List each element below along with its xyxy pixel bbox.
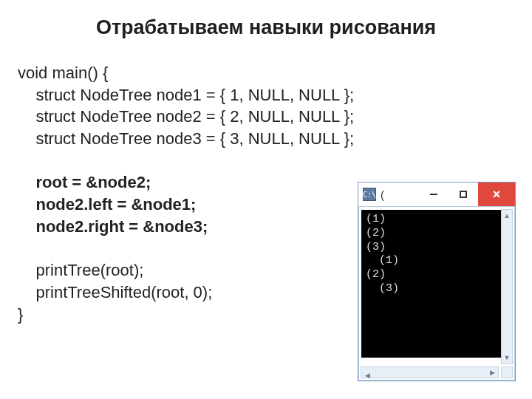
code-line-bold: node2.left = &node1;: [18, 195, 196, 214]
window-titlebar[interactable]: C:\ ( ×: [358, 183, 515, 207]
scroll-right-arrow-icon[interactable]: ▶: [486, 367, 498, 378]
code-block: void main() { struct NodeTree node1 = { …: [18, 62, 354, 325]
console-output: (1) (2) (3) (1) (2) (3): [361, 210, 512, 358]
code-line: printTree(root);: [18, 261, 143, 279]
code-line: printTreeShifted(root, 0);: [18, 283, 212, 301]
vertical-scrollbar[interactable]: ▲ ▼: [501, 209, 513, 364]
window-buttons: ×: [419, 183, 515, 206]
code-line: struct NodeTree node3 = { 3, NULL, NULL …: [18, 129, 354, 148]
console-window: C:\ ( × (1) (2) (3) (1) (2) (3) ▲ ▼ ◀ ▶: [358, 182, 516, 381]
maximize-button[interactable]: [449, 183, 478, 206]
scroll-left-arrow-icon[interactable]: ◀: [361, 370, 373, 381]
scroll-down-arrow-icon[interactable]: ▼: [502, 352, 512, 364]
scroll-up-arrow-icon[interactable]: ▲: [502, 210, 512, 222]
slide: Отрабатываем навыки рисования void main(…: [0, 0, 532, 399]
horizontal-scrollbar[interactable]: ◀ ▶: [361, 366, 499, 378]
code-line: }: [18, 305, 23, 324]
window-title: (: [381, 188, 384, 201]
code-line: struct NodeTree node2 = { 2, NULL, NULL …: [18, 107, 354, 126]
resize-grip[interactable]: [501, 366, 513, 378]
console-icon: C:\: [363, 188, 376, 201]
code-line: void main() {: [18, 64, 108, 82]
slide-title: Отрабатываем навыки рисования: [0, 16, 532, 39]
code-line-bold: root = &node2;: [18, 173, 151, 191]
minimize-button[interactable]: [419, 183, 449, 206]
titlebar-left: C:\ (: [358, 183, 419, 206]
close-button[interactable]: ×: [478, 183, 515, 206]
code-line-bold: node2.right = &node3;: [18, 217, 208, 236]
code-line: struct NodeTree node1 = { 1, NULL, NULL …: [18, 86, 354, 104]
